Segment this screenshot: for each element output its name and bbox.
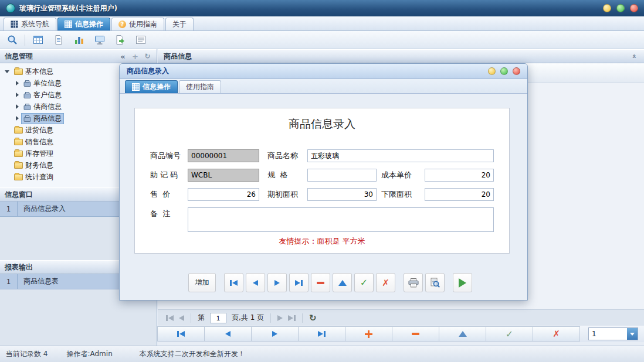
expander-right-icon[interactable] — [16, 93, 19, 97]
dialog-tab-user-guide[interactable]: 使用指南 — [179, 80, 221, 93]
page-number-input[interactable] — [210, 313, 226, 323]
print-button[interactable] — [404, 273, 423, 292]
combo-dropdown-button[interactable] — [627, 328, 638, 340]
section-title: 报表输出 — [5, 262, 33, 272]
initial-area-label: 期初面积 — [267, 188, 298, 201]
document-button[interactable] — [50, 33, 66, 47]
export-button[interactable] — [112, 33, 128, 47]
list-icon — [135, 35, 146, 45]
dialog-maximize-button[interactable] — [500, 67, 508, 75]
statusbar: 当前记录数 4 操作者:Admin 本系统支持二次开发和全新开发！ — [0, 346, 644, 362]
preview-icon — [430, 278, 440, 288]
preview-button[interactable] — [425, 273, 445, 292]
mnemonic-input[interactable] — [188, 169, 259, 182]
record-next-button[interactable] — [251, 326, 299, 341]
record-prev-button[interactable] — [204, 326, 252, 341]
status-record-count: 当前记录数 4 — [6, 349, 48, 359]
expand-all-button[interactable] — [131, 52, 140, 61]
prev-button[interactable] — [246, 273, 265, 292]
record-edit-button[interactable] — [439, 326, 486, 341]
monitor-button[interactable] — [91, 33, 107, 47]
main-panel-header: 商品信息 — [158, 49, 644, 63]
plus-icon — [365, 330, 372, 338]
list-button[interactable] — [133, 33, 148, 47]
edit-button[interactable] — [333, 273, 352, 292]
main-tabbar: 系统导航 信息操作 使用指南 关于 — [0, 16, 644, 31]
initial-area-input[interactable] — [307, 188, 377, 201]
collapse-up-icon[interactable] — [629, 52, 638, 61]
record-save-button[interactable] — [486, 326, 533, 341]
dialog-tab-info-operation[interactable]: 信息操作 — [125, 80, 178, 93]
chart-button[interactable] — [71, 33, 87, 47]
record-last-button[interactable] — [298, 326, 345, 341]
last-icon — [318, 331, 326, 337]
folder-icon — [14, 127, 23, 134]
cost-price-input[interactable] — [425, 169, 494, 182]
monitor-icon — [94, 35, 105, 45]
chevron-down-icon — [630, 333, 635, 336]
table-button[interactable] — [30, 33, 46, 47]
save-button[interactable] — [354, 273, 374, 292]
first-icon — [177, 331, 185, 337]
tab-label: 信息操作 — [75, 19, 103, 29]
prev-icon — [253, 280, 258, 286]
expander-right-icon[interactable] — [16, 104, 19, 109]
tab-label: 关于 — [172, 19, 187, 29]
last-button[interactable] — [289, 273, 309, 292]
tab-info-operation[interactable]: 信息操作 — [57, 18, 110, 30]
refresh-icon[interactable] — [309, 313, 317, 323]
product-no-label: 商品编号 — [150, 149, 181, 162]
execute-button[interactable] — [453, 273, 472, 292]
first-button[interactable] — [224, 273, 243, 292]
combo-value: 1 — [589, 328, 627, 340]
tab-system-nav[interactable]: 系统导航 — [4, 18, 56, 30]
product-entry-dialog: 商品信息录入 信息操作 使用指南 商品信息录入 商品编号 商品名称 助 记 码 … — [119, 63, 528, 300]
last-icon — [295, 280, 303, 286]
product-no-input[interactable] — [188, 149, 259, 162]
tab-about[interactable]: 关于 — [165, 18, 194, 30]
record-delete-button[interactable] — [392, 326, 439, 341]
page-first-button[interactable] — [166, 315, 174, 321]
dialog-minimize-button[interactable] — [488, 67, 496, 75]
record-first-button[interactable] — [157, 326, 205, 341]
next-button[interactable] — [267, 273, 287, 292]
add-button-label: 增加 — [195, 278, 209, 288]
folder-icon — [14, 139, 23, 145]
expander-right-icon[interactable] — [16, 81, 19, 86]
window-title: 玻璃行业管理系统(非注册用户) — [19, 4, 117, 13]
expander-right-icon[interactable] — [16, 116, 19, 121]
min-area-input[interactable] — [425, 188, 494, 201]
collapse-panel-button[interactable] — [118, 52, 127, 61]
folder-icon — [14, 151, 23, 157]
minimize-button[interactable] — [603, 4, 611, 12]
paging-separator — [302, 313, 303, 323]
add-button[interactable]: 增加 — [188, 273, 216, 292]
record-add-button[interactable] — [345, 326, 392, 341]
tab-user-guide[interactable]: 使用指南 — [111, 18, 164, 30]
remark-input[interactable] — [188, 207, 494, 232]
row-label: 商品信息录入 — [18, 202, 66, 216]
page-prev-button[interactable] — [179, 315, 184, 321]
record-cancel-button[interactable] — [533, 326, 580, 341]
section-title: 信息窗口 — [5, 190, 33, 200]
dialog-close-button[interactable] — [513, 67, 520, 75]
maximize-button[interactable] — [616, 4, 625, 12]
expander-down-icon[interactable] — [5, 70, 9, 73]
cancel-button[interactable] — [376, 273, 395, 292]
panel-title: 商品信息 — [164, 52, 192, 62]
chart-icon — [74, 35, 84, 45]
row-number: 1 — [0, 202, 18, 216]
product-name-input[interactable] — [307, 149, 494, 162]
spec-input[interactable] — [307, 169, 377, 182]
page-next-button[interactable] — [277, 315, 283, 321]
close-button[interactable] — [630, 4, 638, 12]
dialog-header[interactable]: 商品信息录入 — [120, 64, 527, 79]
search-button[interactable] — [4, 33, 20, 47]
record-combo[interactable]: 1 — [588, 327, 638, 340]
gear-icon — [23, 115, 31, 122]
paging-separator — [191, 313, 191, 323]
refresh-tree-button[interactable] — [143, 52, 152, 61]
page-last-button[interactable] — [288, 315, 296, 321]
sale-price-input[interactable] — [188, 188, 259, 201]
delete-button[interactable] — [311, 273, 330, 292]
